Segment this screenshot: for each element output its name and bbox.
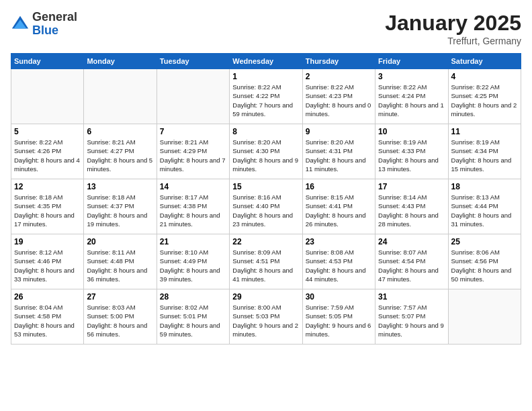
cell-content: Sunrise: 8:15 AM Sunset: 4:41 PM Dayligh… bbox=[306, 193, 372, 228]
cell-content: Sunrise: 8:03 AM Sunset: 5:00 PM Dayligh… bbox=[87, 303, 153, 338]
calendar-cell bbox=[448, 289, 521, 345]
cell-content: Sunrise: 8:18 AM Sunset: 4:37 PM Dayligh… bbox=[87, 193, 153, 228]
day-number: 21 bbox=[160, 237, 226, 246]
calendar-table: SundayMondayTuesdayWednesdayThursdayFrid… bbox=[11, 53, 521, 345]
cell-content: Sunrise: 8:08 AM Sunset: 4:53 PM Dayligh… bbox=[306, 248, 372, 283]
day-number: 8 bbox=[232, 127, 299, 136]
calendar-cell: 10Sunrise: 8:19 AM Sunset: 4:33 PM Dayli… bbox=[375, 124, 448, 179]
day-number: 23 bbox=[306, 237, 372, 246]
calendar-cell: 6Sunrise: 8:21 AM Sunset: 4:27 PM Daylig… bbox=[84, 124, 157, 179]
day-number: 24 bbox=[378, 237, 445, 246]
cell-content: Sunrise: 8:00 AM Sunset: 5:03 PM Dayligh… bbox=[232, 303, 299, 338]
day-number: 3 bbox=[378, 72, 445, 81]
day-number: 17 bbox=[378, 182, 445, 191]
cell-content: Sunrise: 8:20 AM Sunset: 4:31 PM Dayligh… bbox=[306, 138, 372, 173]
cell-content: Sunrise: 8:22 AM Sunset: 4:22 PM Dayligh… bbox=[232, 83, 299, 118]
calendar-cell: 14Sunrise: 8:17 AM Sunset: 4:38 PM Dayli… bbox=[157, 179, 229, 234]
logo-text: General Blue bbox=[32, 11, 77, 38]
day-number: 18 bbox=[451, 182, 518, 191]
calendar-cell: 1Sunrise: 8:22 AM Sunset: 4:22 PM Daylig… bbox=[230, 69, 302, 124]
calendar-cell: 2Sunrise: 8:22 AM Sunset: 4:23 PM Daylig… bbox=[302, 69, 375, 124]
day-number: 11 bbox=[451, 127, 518, 136]
calendar-cell: 16Sunrise: 8:15 AM Sunset: 4:41 PM Dayli… bbox=[302, 179, 375, 234]
cell-content: Sunrise: 8:06 AM Sunset: 4:56 PM Dayligh… bbox=[451, 248, 518, 283]
cell-content: Sunrise: 8:07 AM Sunset: 4:54 PM Dayligh… bbox=[378, 248, 445, 283]
page-header: General Blue January 2025 Treffurt, Germ… bbox=[11, 11, 521, 46]
calendar-cell: 9Sunrise: 8:20 AM Sunset: 4:31 PM Daylig… bbox=[302, 124, 375, 179]
day-number: 16 bbox=[306, 182, 372, 191]
calendar-cell: 5Sunrise: 8:22 AM Sunset: 4:26 PM Daylig… bbox=[11, 124, 84, 179]
calendar-cell: 31Sunrise: 7:57 AM Sunset: 5:07 PM Dayli… bbox=[375, 289, 448, 345]
day-header-friday: Friday bbox=[375, 54, 448, 69]
month-title: January 2025 bbox=[385, 11, 521, 36]
day-number: 28 bbox=[160, 292, 226, 302]
cell-content: Sunrise: 8:04 AM Sunset: 4:58 PM Dayligh… bbox=[14, 303, 81, 338]
calendar-cell bbox=[11, 69, 84, 124]
cell-content: Sunrise: 7:59 AM Sunset: 5:05 PM Dayligh… bbox=[306, 303, 372, 338]
cell-content: Sunrise: 8:20 AM Sunset: 4:30 PM Dayligh… bbox=[232, 138, 299, 173]
cell-content: Sunrise: 8:09 AM Sunset: 4:51 PM Dayligh… bbox=[232, 248, 299, 283]
week-row-1: 1Sunrise: 8:22 AM Sunset: 4:22 PM Daylig… bbox=[11, 69, 521, 124]
calendar-cell: 20Sunrise: 8:11 AM Sunset: 4:48 PM Dayli… bbox=[84, 234, 157, 289]
day-header-tuesday: Tuesday bbox=[157, 54, 229, 69]
day-number: 5 bbox=[14, 127, 81, 136]
cell-content: Sunrise: 8:02 AM Sunset: 5:01 PM Dayligh… bbox=[160, 303, 226, 338]
week-row-3: 12Sunrise: 8:18 AM Sunset: 4:35 PM Dayli… bbox=[11, 179, 521, 234]
day-number: 19 bbox=[14, 237, 81, 246]
day-number: 14 bbox=[160, 182, 226, 191]
cell-content: Sunrise: 8:10 AM Sunset: 4:49 PM Dayligh… bbox=[160, 248, 226, 283]
cell-content: Sunrise: 8:21 AM Sunset: 4:29 PM Dayligh… bbox=[160, 138, 226, 173]
location-subtitle: Treffurt, Germany bbox=[385, 36, 521, 46]
cell-content: Sunrise: 8:19 AM Sunset: 4:34 PM Dayligh… bbox=[451, 138, 518, 173]
day-number: 25 bbox=[451, 237, 518, 246]
calendar-cell: 28Sunrise: 8:02 AM Sunset: 5:01 PM Dayli… bbox=[157, 289, 229, 345]
calendar-cell: 29Sunrise: 8:00 AM Sunset: 5:03 PM Dayli… bbox=[230, 289, 302, 345]
day-number: 12 bbox=[14, 182, 81, 191]
cell-content: Sunrise: 8:19 AM Sunset: 4:33 PM Dayligh… bbox=[378, 138, 445, 173]
logo-icon bbox=[11, 15, 30, 34]
calendar-cell: 18Sunrise: 8:13 AM Sunset: 4:44 PM Dayli… bbox=[448, 179, 521, 234]
day-header-wednesday: Wednesday bbox=[230, 54, 302, 69]
calendar-cell: 25Sunrise: 8:06 AM Sunset: 4:56 PM Dayli… bbox=[448, 234, 521, 289]
day-header-monday: Monday bbox=[84, 54, 157, 69]
calendar-cell: 19Sunrise: 8:12 AM Sunset: 4:46 PM Dayli… bbox=[11, 234, 84, 289]
calendar-cell: 13Sunrise: 8:18 AM Sunset: 4:37 PM Dayli… bbox=[84, 179, 157, 234]
calendar-cell: 3Sunrise: 8:22 AM Sunset: 4:24 PM Daylig… bbox=[375, 69, 448, 124]
week-row-5: 26Sunrise: 8:04 AM Sunset: 4:58 PM Dayli… bbox=[11, 289, 521, 345]
day-number: 22 bbox=[232, 237, 299, 246]
cell-content: Sunrise: 8:13 AM Sunset: 4:44 PM Dayligh… bbox=[451, 193, 518, 228]
day-number: 30 bbox=[306, 292, 372, 302]
cell-content: Sunrise: 7:57 AM Sunset: 5:07 PM Dayligh… bbox=[378, 303, 445, 338]
week-row-4: 19Sunrise: 8:12 AM Sunset: 4:46 PM Dayli… bbox=[11, 234, 521, 289]
calendar-cell: 22Sunrise: 8:09 AM Sunset: 4:51 PM Dayli… bbox=[230, 234, 302, 289]
day-number: 4 bbox=[451, 72, 518, 81]
cell-content: Sunrise: 8:18 AM Sunset: 4:35 PM Dayligh… bbox=[14, 193, 81, 228]
cell-content: Sunrise: 8:22 AM Sunset: 4:23 PM Dayligh… bbox=[306, 83, 372, 118]
day-number: 1 bbox=[232, 72, 299, 81]
cell-content: Sunrise: 8:17 AM Sunset: 4:38 PM Dayligh… bbox=[160, 193, 226, 228]
cell-content: Sunrise: 8:22 AM Sunset: 4:24 PM Dayligh… bbox=[378, 83, 445, 118]
day-number: 2 bbox=[306, 72, 372, 81]
day-number: 9 bbox=[306, 127, 372, 136]
cell-content: Sunrise: 8:12 AM Sunset: 4:46 PM Dayligh… bbox=[14, 248, 81, 283]
title-area: January 2025 Treffurt, Germany bbox=[385, 11, 521, 46]
cell-content: Sunrise: 8:16 AM Sunset: 4:40 PM Dayligh… bbox=[232, 193, 299, 228]
day-number: 20 bbox=[87, 237, 153, 246]
day-number: 13 bbox=[87, 182, 153, 191]
calendar-cell: 15Sunrise: 8:16 AM Sunset: 4:40 PM Dayli… bbox=[230, 179, 302, 234]
day-number: 15 bbox=[232, 182, 299, 191]
day-number: 31 bbox=[378, 292, 445, 302]
calendar-cell: 26Sunrise: 8:04 AM Sunset: 4:58 PM Dayli… bbox=[11, 289, 84, 345]
calendar-cell: 21Sunrise: 8:10 AM Sunset: 4:49 PM Dayli… bbox=[157, 234, 229, 289]
calendar-cell: 8Sunrise: 8:20 AM Sunset: 4:30 PM Daylig… bbox=[230, 124, 302, 179]
day-number: 10 bbox=[378, 127, 445, 136]
calendar-cell: 30Sunrise: 7:59 AM Sunset: 5:05 PM Dayli… bbox=[302, 289, 375, 345]
day-number: 27 bbox=[87, 292, 153, 302]
calendar-cell: 11Sunrise: 8:19 AM Sunset: 4:34 PM Dayli… bbox=[448, 124, 521, 179]
day-header-thursday: Thursday bbox=[302, 54, 375, 69]
day-number: 26 bbox=[14, 292, 81, 302]
cell-content: Sunrise: 8:11 AM Sunset: 4:48 PM Dayligh… bbox=[87, 248, 153, 283]
calendar-cell: 24Sunrise: 8:07 AM Sunset: 4:54 PM Dayli… bbox=[375, 234, 448, 289]
calendar-cell: 7Sunrise: 8:21 AM Sunset: 4:29 PM Daylig… bbox=[157, 124, 229, 179]
day-number: 29 bbox=[232, 292, 299, 302]
